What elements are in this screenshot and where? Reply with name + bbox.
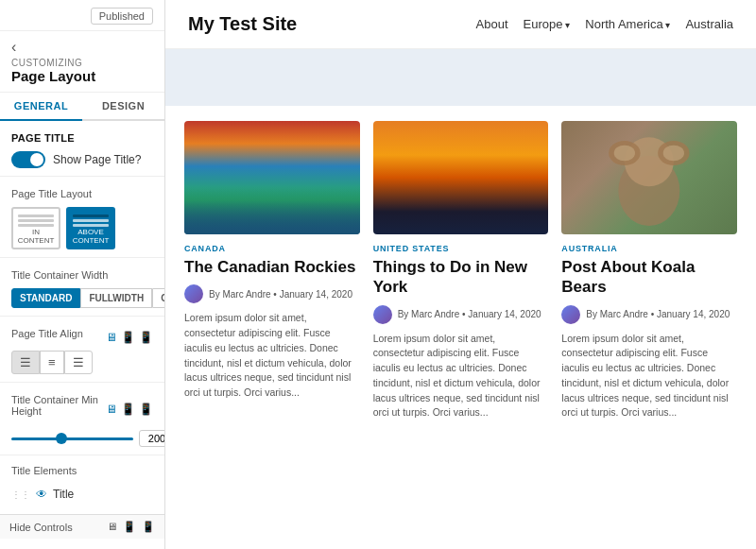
post-author-australia: By Marc Andre: [586, 309, 648, 319]
post-title-australia[interactable]: Post About Koala Bears: [561, 257, 737, 298]
post-date-australia: January 14, 2020: [657, 309, 730, 319]
height-row: 200 px: [11, 430, 153, 447]
customizing-label: Customizing: [11, 58, 153, 68]
title-container-width-heading: Title Container Width: [11, 269, 153, 281]
height-device-icons: 🖥 📱 📱: [106, 403, 153, 416]
desktop-icon[interactable]: 🖥: [106, 331, 117, 344]
layout-above-content-label: ABOVE CONTENT: [68, 228, 113, 245]
post-author-canada: By Marc Andre: [209, 289, 271, 300]
layout-above-content[interactable]: ABOVE CONTENT: [66, 207, 115, 249]
width-fullwidth[interactable]: FULLWIDTH: [80, 288, 152, 308]
visibility-icon[interactable]: 👁: [36, 488, 47, 501]
nav-europe[interactable]: Europe: [524, 17, 571, 31]
tab-general[interactable]: General: [0, 93, 82, 121]
width-options: STANDARD FULLWIDTH CONTAINED: [11, 288, 153, 308]
post-region-canada: CANADA: [184, 244, 360, 253]
svg-point-4: [614, 146, 635, 162]
post-byline-usa: By Marc Andre • January 14, 2020: [398, 309, 541, 319]
post-title-usa[interactable]: Things to Do in New York: [373, 257, 549, 298]
tab-design[interactable]: Design: [82, 93, 164, 119]
align-right[interactable]: ☰: [64, 351, 93, 374]
show-page-title-label: Show Page Title?: [53, 153, 141, 166]
hide-controls-bar[interactable]: Hide Controls 🖥 📱 📱: [0, 514, 164, 539]
height-input[interactable]: 200: [139, 430, 165, 447]
width-standard[interactable]: STANDARD: [11, 288, 80, 308]
post-title-canada[interactable]: The Canadian Rockies: [184, 257, 360, 277]
post-card-australia: AUSTRALIA Post About Koala Bears By Marc…: [561, 121, 737, 534]
height-tablet-icon[interactable]: 📱: [121, 403, 135, 416]
post-meta-canada: By Marc Andre • January 14, 2020: [184, 284, 360, 303]
post-meta-australia: By Marc Andre • January 14, 2020: [561, 305, 737, 324]
height-desktop-icon[interactable]: 🖥: [106, 403, 117, 416]
align-center[interactable]: ≡: [40, 351, 64, 374]
post-date-canada: January 14, 2020: [280, 289, 352, 300]
title-container-width-section: Title Container Width STANDARD FULLWIDTH…: [0, 258, 164, 317]
back-arrow-icon: ‹: [11, 39, 16, 56]
post-meta-usa: By Marc Andre • January 14, 2020: [373, 305, 549, 324]
page-title-align-section: Page Title Align 🖥 📱 📱 ☰ ≡ ☰: [0, 317, 164, 383]
title-container-min-height-section: Title Container Min Height 🖥 📱 📱 200 px: [0, 383, 164, 455]
posts-area: CANADA The Canadian Rockies By Marc Andr…: [165, 106, 756, 549]
device-icons: 🖥 📱 📱: [106, 331, 153, 344]
tablet-icon[interactable]: 📱: [121, 331, 135, 344]
align-left[interactable]: ☰: [11, 351, 40, 374]
tablet-view-icon[interactable]: 📱: [123, 521, 136, 533]
post-region-usa: UNITED STATES: [373, 244, 549, 253]
mobile-icon[interactable]: 📱: [139, 331, 153, 344]
hide-controls-label: Hide Controls: [9, 522, 73, 533]
post-image-usa: [373, 121, 549, 234]
panel-header: Published: [0, 0, 164, 31]
align-options: ☰ ≡ ☰: [11, 351, 153, 374]
published-button[interactable]: Published: [91, 8, 153, 25]
layout-in-content[interactable]: IN CONTENT: [11, 207, 60, 249]
nav-links: About Europe North America Australia: [476, 17, 733, 31]
page-title-align-heading: Page Title Align: [11, 328, 83, 339]
hide-controls-icons: 🖥 📱 📱: [107, 521, 155, 533]
layout-options: IN CONTENT ABOVE CONTENT: [11, 207, 153, 249]
mobile-view-icon[interactable]: 📱: [142, 521, 155, 533]
author-avatar-australia: [561, 305, 580, 324]
layout-in-content-label: IN CONTENT: [13, 228, 59, 245]
post-excerpt-australia: Lorem ipsum dolor sit amet, consectetur …: [561, 332, 737, 421]
title-element-item: ⋮⋮ 👁 Title: [11, 484, 153, 505]
width-contained[interactable]: CONTAINED: [152, 288, 165, 308]
desktop-view-icon[interactable]: 🖥: [107, 521, 117, 533]
post-card-canada: CANADA The Canadian Rockies By Marc Andr…: [184, 121, 360, 534]
height-mobile-icon[interactable]: 📱: [139, 403, 153, 416]
height-slider[interactable]: [11, 437, 133, 440]
nav-north-america[interactable]: North America: [585, 17, 670, 31]
post-excerpt-usa: Lorem ipsum dolor sit amet, consectetur …: [373, 332, 549, 421]
page-title-section: Page Title Show Page Title?: [0, 121, 164, 177]
back-button[interactable]: ‹: [11, 39, 153, 56]
panel-tabs: General Design: [0, 93, 164, 121]
svg-point-5: [663, 146, 684, 162]
post-date-usa: January 14, 2020: [468, 309, 541, 319]
drag-handle-icon[interactable]: ⋮⋮: [11, 489, 30, 500]
title-elements-section: Title Elements ⋮⋮ 👁 Title: [0, 455, 164, 514]
post-card-usa: UNITED STATES Things to Do in New York B…: [373, 121, 549, 534]
author-avatar-usa: [373, 305, 392, 324]
nav-australia[interactable]: Australia: [685, 17, 733, 31]
site-title: My Test Site: [188, 13, 297, 35]
post-image-australia: [561, 121, 737, 234]
page-title-heading: Page Title: [11, 132, 153, 144]
page-title-layout-heading: Page Title Layout: [11, 188, 153, 199]
page-title-layout-section: Page Title Layout IN CONTENT ABOVE CONTE…: [0, 177, 164, 258]
site-preview: My Test Site About Europe North America …: [165, 0, 756, 549]
element-title-label: Title: [53, 488, 74, 501]
panel-title: Page Layout: [11, 68, 153, 84]
hero-area: [165, 49, 756, 106]
title-elements-heading: Title Elements: [11, 465, 153, 476]
show-page-title-toggle[interactable]: [11, 151, 45, 168]
author-avatar-canada: [184, 284, 203, 303]
nav-about[interactable]: About: [476, 17, 508, 31]
title-container-min-height-heading: Title Container Min Height: [11, 394, 106, 417]
post-excerpt-canada: Lorem ipsum dolor sit amet, consectetur …: [184, 311, 360, 401]
post-region-australia: AUSTRALIA: [561, 244, 737, 253]
show-page-title-row: Show Page Title?: [11, 151, 153, 168]
post-byline-canada: By Marc Andre • January 14, 2020: [209, 289, 352, 300]
site-navigation: My Test Site About Europe North America …: [165, 0, 756, 49]
post-image-canada: [184, 121, 360, 234]
customizer-panel: Published ‹ Customizing Page Layout Gene…: [0, 0, 165, 549]
customizing-section: ‹ Customizing Page Layout: [0, 31, 164, 93]
